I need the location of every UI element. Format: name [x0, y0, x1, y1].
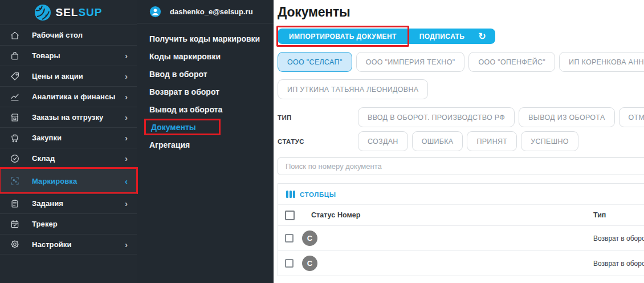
- gear-icon: [9, 239, 20, 250]
- chevron-icon: ›: [125, 199, 128, 208]
- status-chip-accepted[interactable]: ПРИНЯТ: [467, 131, 517, 151]
- chevron-icon: ›: [125, 71, 128, 81]
- status-chip-created[interactable]: СОЗДАН: [358, 131, 408, 151]
- sidebar-item-label: Цены и акции: [32, 72, 83, 80]
- submenu-item-return-circulation[interactable]: Возврат в оборот: [149, 83, 274, 101]
- status-filter-chips: СОЗДАН ОШИБКА ПРИНЯТ УСПЕШНО: [358, 131, 578, 151]
- sidebar-item-warehouse[interactable]: Склад ›: [0, 148, 137, 168]
- sidebar-nav: Рабочий стол Товары › Цены и акции › Ана…: [0, 25, 137, 254]
- status-badge: C: [302, 256, 317, 271]
- marking-submenu: dashenko_e@selsup.ru Получить коды марки…: [137, 0, 274, 283]
- user-email: dashenko_e@selsup.ru: [170, 7, 253, 16]
- qr-scan-icon: [9, 176, 20, 187]
- import-document-button[interactable]: ИМПОРТИРОВАТЬ ДОКУМЕНТ: [279, 29, 407, 44]
- organization-filters: ООО "СЕЛСАП" ООО "ИМПЕРИЯ ТЕХНО" ООО "ОП…: [278, 52, 644, 99]
- type-chip-input-production[interactable]: ВВОД В ОБОРОТ. ПРОИЗВОДСТВО РФ: [358, 107, 515, 127]
- org-chip-selsap[interactable]: ООО "СЕЛСАП": [278, 52, 352, 72]
- sidebar-item-analytics[interactable]: Аналитика и финансы ›: [0, 86, 137, 107]
- documents-action-bar: ИМПОРТИРОВАТЬ ДОКУМЕНТ ПОДПИСАТЬ ↻: [278, 29, 495, 44]
- page-title: Документы: [278, 5, 644, 20]
- bag-icon: [9, 50, 20, 61]
- org-chip-korenkova[interactable]: ИП КОРЕНКОВА АННА МАКСИМОВНА: [559, 52, 644, 72]
- annotation-box-import: ИМПОРТИРОВАТЬ ДОКУМЕНТ: [276, 26, 409, 47]
- documents-table: СТОЛБЦЫ Статус Номер Тип C Возврат в обо…: [278, 183, 644, 276]
- column-header-number: Номер: [337, 211, 588, 219]
- selsup-logo-icon: [34, 4, 51, 21]
- sidebar-item-products[interactable]: Товары ›: [0, 45, 137, 66]
- type-chip-withdrawal[interactable]: ВЫВОД ИЗ ОБОРОТА: [519, 107, 614, 127]
- type-filter-label: ТИП: [278, 107, 358, 127]
- sidebar-item-prices[interactable]: Цены и акции ›: [0, 66, 137, 86]
- cell-type: Возврат в оборот: [588, 235, 644, 242]
- sidebar-item-shipping-orders[interactable]: Заказы на отгрузку ›: [0, 107, 137, 127]
- sidebar-item-label: Маркировка: [32, 177, 77, 185]
- submenu-list: Получить коды маркировки Коды маркировки…: [137, 23, 274, 154]
- sidebar-item-label: Склад: [32, 154, 55, 163]
- row-checkbox[interactable]: [285, 259, 294, 268]
- submenu-item-get-codes[interactable]: Получить коды маркировки: [149, 30, 274, 48]
- chevron-icon: ›: [125, 51, 128, 60]
- sidebar-item-purchases[interactable]: Закупки ›: [0, 127, 137, 148]
- org-chip-utkina[interactable]: ИП УТКИНА ТАТЬЯНА ЛЕОНИДОВНА: [278, 79, 428, 99]
- status-chip-error[interactable]: ОШИБКА: [412, 131, 463, 151]
- sidebar-item-label: Настройки: [32, 240, 72, 249]
- chevron-left-icon: ‹: [125, 176, 128, 186]
- user-account[interactable]: dashenko_e@selsup.ru: [137, 0, 274, 23]
- sidebar-item-label: Задания: [32, 199, 63, 208]
- chart-icon: [9, 91, 20, 102]
- document-search-input[interactable]: [278, 157, 644, 175]
- row-checkbox[interactable]: [285, 234, 294, 242]
- submenu-item-withdrawal[interactable]: Вывод из оборота: [149, 101, 274, 119]
- chevron-icon: ›: [125, 240, 128, 249]
- sidebar-item-tasks[interactable]: Задания ›: [0, 193, 137, 213]
- main-sidebar: SELSUP Рабочий стол Товары › Цены и акци…: [0, 0, 137, 283]
- documents-page: Документы ИМПОРТИРОВАТЬ ДОКУМЕНТ ПОДПИСА…: [274, 0, 644, 283]
- columns-button[interactable]: СТОЛБЦЫ: [278, 184, 644, 204]
- submenu-item-aggregation[interactable]: Агрегация: [149, 136, 274, 154]
- table-row[interactable]: C Возврат в оборот: [278, 225, 644, 250]
- sidebar-item-label: Заказы на отгрузку: [32, 113, 103, 122]
- sidebar-item-label: Товары: [32, 51, 60, 60]
- column-header-status: Статус: [302, 211, 337, 219]
- home-icon: [9, 30, 20, 41]
- submenu-item-input-circulation[interactable]: Ввод в оборот: [149, 66, 274, 83]
- check-circle-icon: [9, 153, 20, 164]
- user-icon: [149, 6, 161, 18]
- submenu-item-codes[interactable]: Коды маркировки: [149, 48, 274, 66]
- status-chip-success[interactable]: УСПЕШНО: [521, 131, 578, 151]
- store-icon: [9, 112, 20, 123]
- clipboard-icon: [9, 198, 20, 209]
- sidebar-item-label: Трекер: [32, 220, 58, 228]
- chevron-icon: ›: [125, 112, 128, 122]
- select-all-checkbox[interactable]: [285, 211, 295, 220]
- status-badge: C: [302, 231, 317, 246]
- sidebar-item-tracker[interactable]: Трекер: [0, 213, 137, 234]
- sidebar-item-marking[interactable]: Маркировка ‹: [0, 168, 137, 193]
- type-filter-chips: ВВОД В ОБОРОТ. ПРОИЗВОДСТВО РФ ВЫВОД ИЗ …: [358, 107, 644, 127]
- refresh-icon[interactable]: ↻: [475, 29, 495, 44]
- type-chip-cancel-code[interactable]: ОТМЕНА КОДА: [619, 107, 644, 127]
- type-filter-row: ТИП ВВОД В ОБОРОТ. ПРОИЗВОДСТВО РФ ВЫВОД…: [278, 107, 644, 127]
- logo[interactable]: SELSUP: [0, 0, 137, 25]
- sign-button[interactable]: ПОДПИСАТЬ: [409, 29, 475, 44]
- status-filter-label: СТАТУС: [278, 131, 358, 151]
- status-filter-row: СТАТУС СОЗДАН ОШИБКА ПРИНЯТ УСПЕШНО: [278, 131, 644, 151]
- column-header-type: Тип: [588, 211, 644, 219]
- sidebar-item-settings[interactable]: Настройки ›: [0, 234, 137, 254]
- sidebar-item-desktop[interactable]: Рабочий стол: [0, 25, 137, 45]
- columns-icon: [286, 191, 295, 198]
- organization-filter-row: ИП УТКИНА ТАТЬЯНА ЛЕОНИДОВНА: [278, 79, 644, 99]
- submenu-item-documents[interactable]: Документы: [149, 119, 274, 136]
- table-row[interactable]: C Возврат в оборот: [278, 250, 644, 276]
- org-chip-imperia-tehno[interactable]: ООО "ИМПЕРИЯ ТЕХНО": [356, 52, 465, 72]
- sidebar-item-label: Аналитика и финансы: [32, 92, 116, 101]
- org-chip-openface[interactable]: ООО "ОПЕНФЕЙС": [468, 52, 555, 72]
- table-header-row: Статус Номер Тип: [278, 204, 644, 225]
- chevron-icon: ›: [125, 92, 128, 102]
- sidebar-item-label: Закупки: [32, 134, 62, 142]
- calendar-check-icon: [9, 219, 20, 229]
- logo-text: SELSUP: [55, 6, 102, 19]
- columns-button-label: СТОЛБЦЫ: [300, 191, 336, 198]
- chevron-icon: ›: [125, 133, 128, 143]
- organization-filter-row: ООО "СЕЛСАП" ООО "ИМПЕРИЯ ТЕХНО" ООО "ОП…: [278, 52, 644, 72]
